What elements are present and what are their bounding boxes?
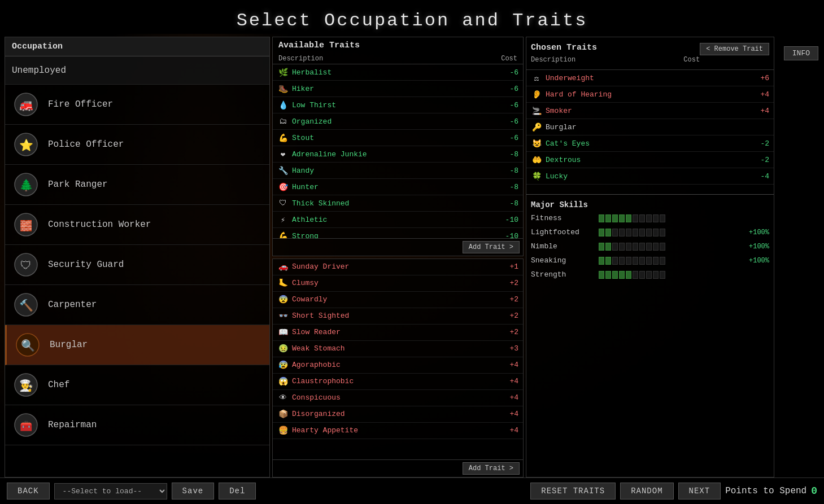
negative-traits-list[interactable]: 🚗 Sunday Driver +1 🦶 Clumsy +2 😨 Cowardl… bbox=[273, 259, 523, 460]
remove-trait-button[interactable]: < Remove Trait bbox=[700, 43, 769, 55]
trait-disorganized[interactable]: 📦 Disorganized +4 bbox=[273, 406, 523, 423]
skill-strength: Strength bbox=[531, 270, 769, 279]
burglar-trait-icon: 🔑 bbox=[531, 121, 542, 133]
trait-claustrophobic[interactable]: 😱 Claustrophobic +4 bbox=[273, 374, 523, 390]
add-trait-top-button[interactable]: Add Trait > bbox=[463, 241, 520, 253]
load-select[interactable]: --Select to load-- bbox=[54, 483, 167, 499]
occupation-item-park-ranger[interactable]: 🌲 Park Ranger bbox=[5, 165, 269, 205]
park-ranger-icon: 🌲 bbox=[12, 170, 40, 199]
occupation-item-construction-worker[interactable]: 🧱 Construction Worker bbox=[5, 205, 269, 245]
strength-label: Strength bbox=[531, 270, 599, 279]
occupation-item-burglar[interactable]: 🔍 Burglar bbox=[5, 325, 269, 365]
trait-hiker[interactable]: 🥾 Hiker -6 bbox=[273, 81, 523, 97]
hearty-appetite-icon: 🍔 bbox=[277, 425, 289, 436]
bottom-bar: BACK --Select to load-- Save Del RESET T… bbox=[0, 477, 824, 504]
chosen-traits-header: Chosen Traits bbox=[531, 41, 700, 55]
stout-icon: 💪 bbox=[277, 132, 289, 143]
trait-slow-reader[interactable]: 📖 Slow Reader +2 bbox=[273, 325, 523, 341]
chosen-trait-dextrous[interactable]: 🤲 Dextrous -2 bbox=[526, 152, 774, 168]
chosen-trait-smoker[interactable]: 🚬 Smoker +4 bbox=[526, 103, 774, 119]
sneaking-percent: +100% bbox=[738, 257, 769, 265]
occupation-item-repairman[interactable]: 🧰 Repairman bbox=[5, 405, 269, 445]
occupation-item-security-guard[interactable]: 🛡 Security Guard bbox=[5, 245, 269, 285]
trait-organized[interactable]: 🗂 Organized -6 bbox=[273, 113, 523, 130]
svg-text:🔨: 🔨 bbox=[19, 299, 33, 313]
lucky-icon: 🍀 bbox=[531, 170, 542, 182]
disorganized-icon: 📦 bbox=[277, 409, 289, 420]
trait-herbalist[interactable]: 🌿 Herbalist -6 bbox=[273, 64, 523, 81]
trait-weak-stomach[interactable]: 🤢 Weak Stomach +3 bbox=[273, 341, 523, 357]
occupation-item-chef[interactable]: 👨‍🍳 Chef bbox=[5, 365, 269, 405]
svg-text:🧰: 🧰 bbox=[20, 420, 33, 432]
chef-icon: 👨‍🍳 bbox=[12, 371, 40, 399]
occupation-item-carpenter[interactable]: 🔨 Carpenter bbox=[5, 285, 269, 325]
save-button[interactable]: Save bbox=[172, 483, 215, 499]
trait-thick-skinned[interactable]: 🛡 Thick Skinned -8 bbox=[273, 195, 523, 212]
conspicuous-icon: 👁 bbox=[277, 392, 289, 404]
chosen-trait-cats-eyes[interactable]: 😺 Cat's Eyes -2 bbox=[526, 135, 774, 152]
trait-strong[interactable]: 💪 Strong -10 bbox=[273, 228, 523, 238]
chosen-trait-underweight[interactable]: ⚖ Underweight +6 bbox=[526, 70, 774, 86]
trait-low-thirst[interactable]: 💧 Low Thirst -6 bbox=[273, 97, 523, 113]
available-traits-cols: Description Cost bbox=[273, 54, 523, 64]
trait-cowardly[interactable]: 😨 Cowardly +2 bbox=[273, 292, 523, 308]
trait-hearty-appetite[interactable]: 🍔 Hearty Appetite +4 bbox=[273, 423, 523, 439]
sneaking-label: Sneaking bbox=[531, 256, 599, 265]
svg-text:🚒: 🚒 bbox=[19, 98, 33, 112]
trait-handy[interactable]: 🔧 Handy -8 bbox=[273, 163, 523, 179]
info-button[interactable]: INFO bbox=[784, 46, 818, 60]
trait-clumsy[interactable]: 🦶 Clumsy +2 bbox=[273, 275, 523, 292]
chosen-traits-header-row: Chosen Traits Description Cost < Remove … bbox=[526, 37, 774, 70]
svg-text:🧱: 🧱 bbox=[20, 220, 33, 232]
positive-traits-list[interactable]: 🌿 Herbalist -6 🥾 Hiker -6 💧 Low Thirst -… bbox=[273, 64, 523, 238]
chosen-traits-list[interactable]: ⚖ Underweight +6 👂 Hard of Hearing +4 🚬 … bbox=[526, 70, 774, 194]
page-title: Select Occupation and Traits bbox=[0, 0, 824, 37]
cats-eyes-icon: 😺 bbox=[531, 138, 542, 149]
organized-icon: 🗂 bbox=[277, 116, 289, 127]
trait-conspicuous[interactable]: 👁 Conspicuous +4 bbox=[273, 390, 523, 406]
skill-fitness: Fitness bbox=[531, 214, 769, 222]
points-display: RESET TRAITS RANDOM NEXT Points to Spend… bbox=[530, 483, 817, 499]
add-trait-bottom-button[interactable]: Add Trait > bbox=[463, 462, 520, 475]
herbalist-icon: 🌿 bbox=[277, 67, 289, 78]
trait-hunter[interactable]: 🎯 Hunter -8 bbox=[273, 179, 523, 195]
del-button[interactable]: Del bbox=[219, 483, 256, 499]
skill-sneaking: Sneaking +100% bbox=[531, 256, 769, 265]
negative-traits-section: 🚗 Sunday Driver +1 🦶 Clumsy +2 😨 Cowardl… bbox=[272, 258, 524, 478]
svg-text:🔍: 🔍 bbox=[21, 339, 35, 353]
trait-stout[interactable]: 💪 Stout -6 bbox=[273, 130, 523, 146]
chosen-trait-hard-of-hearing[interactable]: 👂 Hard of Hearing +4 bbox=[526, 86, 774, 103]
trait-sunday-driver[interactable]: 🚗 Sunday Driver +1 bbox=[273, 259, 523, 275]
carpenter-icon: 🔨 bbox=[12, 291, 40, 319]
nimble-percent: +100% bbox=[738, 243, 769, 251]
next-button[interactable]: NEXT bbox=[678, 483, 721, 499]
reset-traits-button[interactable]: RESET TRAITS bbox=[530, 483, 616, 499]
available-traits-header: Available Traits bbox=[273, 37, 523, 54]
skill-lightfooted: Lightfooted +100% bbox=[531, 228, 769, 236]
occupation-list[interactable]: Unemployed 🚒 Fire Officer bbox=[5, 56, 269, 477]
occupation-item-police-officer[interactable]: ⭐ Police Officer bbox=[5, 125, 269, 165]
major-skills-header: Major Skills bbox=[531, 198, 769, 214]
trait-athletic[interactable]: ⚡ Athletic -10 bbox=[273, 212, 523, 228]
trait-adrenaline-junkie[interactable]: ❤ Adrenaline Junkie -8 bbox=[273, 146, 523, 163]
add-trait-top-area: Add Trait > bbox=[273, 238, 523, 256]
points-value: 0 bbox=[811, 485, 817, 497]
occupation-item-fire-officer[interactable]: 🚒 Fire Officer bbox=[5, 85, 269, 125]
middle-panel: Available Traits Description Cost 🌿 Herb… bbox=[272, 37, 524, 477]
occupation-header: Occupation bbox=[5, 37, 269, 56]
points-label: Points to Spend bbox=[725, 486, 806, 496]
chosen-trait-lucky[interactable]: 🍀 Lucky -4 bbox=[526, 168, 774, 185]
random-button[interactable]: RANDOM bbox=[620, 483, 673, 499]
trait-agoraphobic[interactable]: 😰 Agoraphobic +4 bbox=[273, 357, 523, 374]
trait-short-sighted[interactable]: 👓 Short Sighted +2 bbox=[273, 308, 523, 325]
claustrophobic-icon: 😱 bbox=[277, 376, 289, 387]
chosen-trait-burglar[interactable]: 🔑 Burglar bbox=[526, 119, 774, 135]
hiker-icon: 🥾 bbox=[277, 83, 289, 94]
sunday-driver-icon: 🚗 bbox=[277, 261, 289, 273]
hunter-icon: 🎯 bbox=[277, 181, 289, 192]
fitness-bars bbox=[599, 214, 738, 222]
thick-skinned-icon: 🛡 bbox=[277, 198, 289, 209]
content-area: Occupation Unemployed 🚒 Fire Officer bbox=[0, 37, 824, 477]
occupation-item-unemployed[interactable]: Unemployed bbox=[5, 56, 269, 85]
back-button[interactable]: BACK bbox=[7, 483, 50, 499]
